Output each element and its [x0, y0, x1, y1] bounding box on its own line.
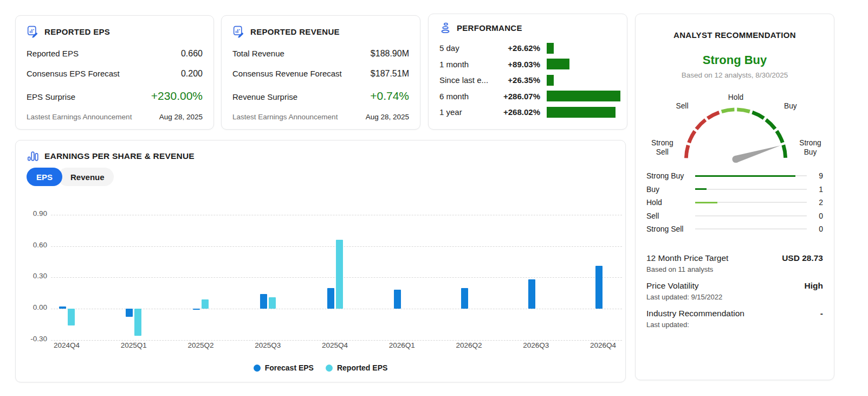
stat-row: EPS Surprise +230.00%	[27, 90, 203, 103]
x-axis-label: 2025Q4	[309, 341, 361, 349]
x-axis-label: 2026Q2	[443, 341, 495, 349]
distribution-line	[695, 175, 795, 177]
revenue-surprise-value: +0.74%	[370, 90, 409, 103]
metric-value: USD 28.73	[782, 253, 823, 263]
x-axis-label: 2026Q3	[510, 341, 562, 349]
x-axis-label: 2026Q1	[376, 341, 428, 349]
reported-eps-card: REPORTED EPS Reported EPS 0.660 Consensu…	[15, 15, 214, 130]
grid-line	[51, 215, 622, 215]
stat-value: Aug 28, 2025	[366, 113, 409, 121]
performance-header: PERFORMANCE	[439, 22, 620, 34]
gauge-label-sell: Sell	[676, 102, 689, 110]
chart-series-toggle: EPS Revenue	[27, 168, 114, 186]
reported-eps-bar	[202, 299, 209, 309]
metric-subtext: Last updated:	[646, 321, 823, 329]
metric-label: Industry Recommendation	[646, 309, 744, 318]
rating-value: Strong Buy	[646, 53, 823, 67]
metric-label: 12 Month Price Target	[646, 253, 728, 263]
distribution-track	[695, 215, 807, 216]
stat-value: Aug 28, 2025	[159, 113, 203, 121]
y-tick-label: 0.90	[24, 209, 47, 218]
card-title: REPORTED EPS	[44, 27, 110, 36]
chart-legend: Forecast EPS Reported EPS	[16, 363, 625, 372]
stacked-discs-icon	[439, 22, 451, 34]
distribution-track	[695, 202, 807, 203]
x-axis-label: 2024Q4	[41, 341, 93, 349]
performance-row: 6 month +286.07%	[439, 88, 620, 105]
x-axis-label: 2025Q3	[242, 341, 294, 349]
svg-text:Buy: Buy	[804, 148, 817, 156]
analyst-distribution: Strong Buy 9 Buy 1 Hold 2 Sell 0 Strong …	[646, 169, 823, 236]
metric-price-volatility: Price Volatility High Last updated: 9/15…	[646, 281, 823, 301]
stat-label: EPS Surprise	[27, 92, 75, 101]
metric-industry-recommendation: Industry Recommendation - Last updated:	[646, 309, 823, 329]
eps-revenue-chart-card: EARNINGS PER SHARE & REVENUE EPS Revenue…	[15, 140, 626, 382]
chart-header: EARNINGS PER SHARE & REVENUE	[27, 150, 195, 162]
stat-label: Reported EPS	[27, 49, 79, 58]
performance-bar-track	[547, 59, 620, 69]
performance-card: PERFORMANCE 5 day +26.62% 1 month +89.03…	[428, 14, 627, 130]
gauge-arc-segment	[696, 120, 705, 129]
gauge-arc-segment	[689, 131, 695, 143]
gauge-arc-segment	[752, 112, 763, 118]
forecast-eps-bar	[327, 288, 334, 309]
distribution-label: Strong Buy	[646, 171, 694, 180]
stat-value: 0.200	[181, 69, 203, 79]
analyst-recommendation-panel: ANALYST RECOMMENDATION Strong Buy Based …	[635, 14, 834, 380]
performance-bar	[547, 75, 554, 86]
gauge-label-hold: Hold	[728, 93, 743, 101]
reported-eps-dot	[326, 365, 333, 372]
distribution-label: Sell	[646, 212, 694, 220]
forecast-eps-bar	[193, 309, 200, 310]
stat-row: Consensus Revenue Forecast $187.51M	[232, 69, 409, 79]
period-change: +89.03%	[495, 60, 540, 69]
legend-label: Forecast EPS	[265, 363, 314, 372]
bar-chart-icon	[27, 150, 39, 162]
reported-eps-bar	[269, 297, 276, 309]
forecast-eps-bar	[461, 288, 468, 309]
performance-bar-track	[547, 107, 620, 118]
reported-eps-bar	[134, 309, 141, 336]
reported-revenue-header: REPORTED REVENUE	[232, 25, 409, 38]
distribution-track	[695, 189, 807, 190]
grid-line	[51, 340, 622, 341]
panel-title: ANALYST RECOMMENDATION	[646, 30, 823, 40]
distribution-count: 0	[813, 212, 823, 220]
gauge-needle-base	[732, 156, 739, 163]
period-label: 5 day	[439, 43, 495, 53]
distribution-count: 9	[813, 171, 823, 180]
performance-bar	[547, 59, 569, 69]
period-label: Since last e...	[439, 75, 495, 85]
period-label: 1 year	[439, 107, 495, 117]
gauge-arc-segment	[737, 110, 750, 112]
gauge-label-strong-sell: Strong	[651, 139, 673, 147]
y-tick-label: 0.30	[24, 272, 47, 280]
tab-eps[interactable]: EPS	[27, 168, 62, 186]
period-change: +268.02%	[495, 107, 540, 117]
distribution-label: Strong Sell	[646, 225, 694, 233]
forecast-eps-bar	[394, 290, 401, 309]
performance-bar	[547, 107, 616, 118]
period-label: 6 month	[439, 92, 495, 101]
metric-price-target: 12 Month Price Target USD 28.73 Based on…	[646, 253, 823, 273]
stat-row: Consensus EPS Forecast 0.200	[27, 69, 203, 79]
stat-row: Lastest Earnings Announcement Aug 28, 20…	[27, 113, 203, 121]
legend-item-forecast-eps: Forecast EPS	[254, 363, 314, 372]
stat-row: Total Revenue $188.90M	[232, 49, 409, 59]
metric-value: High	[805, 281, 823, 291]
y-tick-label: 0.60	[24, 241, 47, 249]
x-axis-label: 2026Q4	[577, 341, 629, 349]
gauge-label-strong-buy: Strong	[799, 139, 821, 147]
forecast-eps-bar	[260, 294, 267, 309]
legend-label: Reported EPS	[337, 363, 387, 372]
reported-revenue-card: REPORTED REVENUE Total Revenue $188.90M …	[221, 15, 420, 130]
tab-revenue[interactable]: Revenue	[58, 168, 114, 186]
stat-label: Consensus Revenue Forecast	[232, 69, 342, 78]
stat-row: Revenue Surprise +0.74%	[232, 90, 409, 103]
distribution-row: Hold 2	[646, 196, 823, 209]
stat-row: Reported EPS 0.660	[27, 49, 203, 59]
stat-value: $188.90M	[371, 49, 409, 59]
gauge-arc-segment	[776, 131, 782, 142]
recommendation-gauge: Hold Sell Buy Strong Sell Strong Buy	[646, 85, 825, 168]
reported-eps-header: REPORTED EPS	[27, 25, 203, 38]
